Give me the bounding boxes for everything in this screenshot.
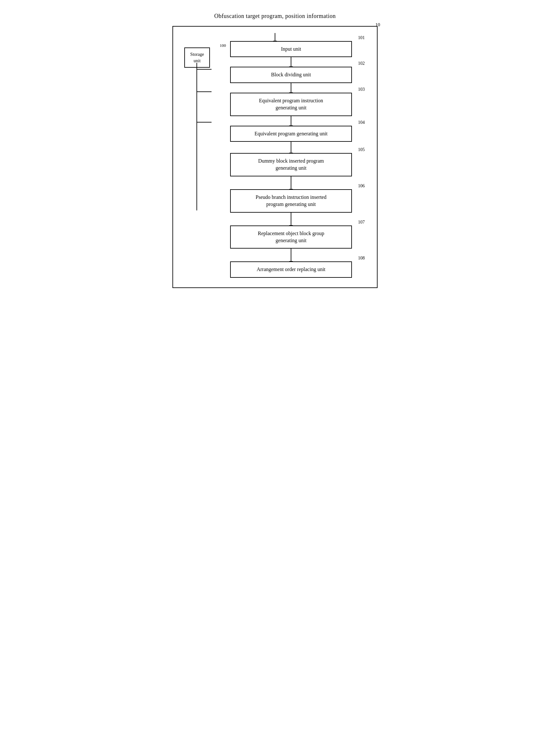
unit-108-wrapper: Arrangement order replacing unit 108 <box>230 261 352 277</box>
unit-101-label: Input unit <box>281 46 301 52</box>
ref-10: 10 <box>375 22 380 28</box>
ref-102: 102 <box>358 61 365 66</box>
diagram-outer: 10 Storageunit 100 <box>173 26 377 288</box>
unit-102-label: Block dividing unit <box>271 72 311 77</box>
unit-108: Arrangement order replacing unit <box>230 261 352 277</box>
arrow-102-103 <box>291 83 291 93</box>
unit-105: Dummy block inserted programgenerating u… <box>230 153 352 176</box>
ref-103: 103 <box>358 87 365 92</box>
arrow-107-108 <box>291 249 291 261</box>
unit-107-wrapper: Replacement object block groupgenerating… <box>230 225 352 249</box>
arrow-101-102 <box>291 57 291 67</box>
main-flow: Input unit 101 Block dividing unit 102 <box>215 41 367 278</box>
arrow-104-105 <box>291 142 291 153</box>
ref-106: 106 <box>358 183 365 189</box>
ref-105: 105 <box>358 147 365 152</box>
unit-103-label: Equivalent program instructiongenerating… <box>259 98 323 110</box>
page-title: Obfuscation target program, position inf… <box>173 13 377 20</box>
unit-102: Block dividing unit <box>230 67 352 83</box>
ref-101: 101 <box>358 35 365 40</box>
storage-col: Storageunit 100 <box>183 47 215 68</box>
unit-101-wrapper: Input unit 101 <box>230 41 352 57</box>
page-container: Obfuscation target program, position inf… <box>163 6 387 301</box>
ref-104: 104 <box>358 120 365 125</box>
unit-103-wrapper: Equivalent program instructiongenerating… <box>230 93 352 116</box>
storage-ref: 100 <box>220 43 226 48</box>
arrow-106-107 <box>291 213 291 225</box>
ref-107: 107 <box>358 220 365 225</box>
unit-107-label: Replacement object block groupgenerating… <box>258 231 324 243</box>
storage-label: Storageunit <box>191 52 204 63</box>
unit-102-wrapper: Block dividing unit 102 <box>230 67 352 83</box>
unit-107: Replacement object block groupgenerating… <box>230 225 352 249</box>
unit-104: Equivalent program generating unit <box>230 126 352 142</box>
ref-108: 108 <box>358 256 365 261</box>
unit-104-label: Equivalent program generating unit <box>255 131 327 136</box>
unit-106: Pseudo branch instruction insertedprogra… <box>230 189 352 213</box>
unit-105-wrapper: Dummy block inserted programgenerating u… <box>230 153 352 176</box>
unit-105-label: Dummy block inserted programgenerating u… <box>258 158 324 171</box>
unit-101: Input unit <box>230 41 352 57</box>
unit-106-label: Pseudo branch instruction insertedprogra… <box>256 194 326 207</box>
unit-106-wrapper: Pseudo branch instruction insertedprogra… <box>230 189 352 213</box>
arrow-103-104 <box>291 116 291 126</box>
unit-103: Equivalent program instructiongenerating… <box>230 93 352 116</box>
unit-108-label: Arrangement order replacing unit <box>257 267 326 272</box>
storage-connector-svg <box>183 63 215 217</box>
unit-104-wrapper: Equivalent program generating unit 104 <box>230 126 352 142</box>
entry-arrow <box>275 33 275 41</box>
arrow-105-106 <box>291 176 291 189</box>
